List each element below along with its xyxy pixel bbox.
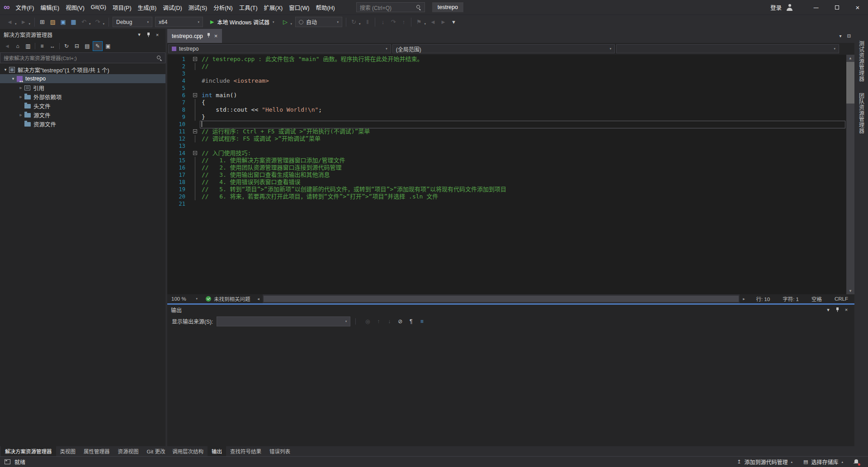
code-line-7[interactable]: 7{ (167, 99, 854, 106)
background-tasks-icon[interactable] (5, 459, 10, 464)
code-line-19[interactable]: 19// 5. 转到“项目”>“添加新项”以创建新的代码文件，或转到“项目”>“… (167, 186, 854, 193)
chevron-down-icon[interactable]: ▾ (135, 32, 144, 38)
window-layout-icon[interactable]: ⊟ (847, 33, 851, 38)
open-file-icon[interactable]: ▨ (47, 17, 58, 28)
expander-icon[interactable]: ▹ (17, 113, 24, 117)
member-combo[interactable]: ▾ (616, 44, 839, 53)
code-line-20[interactable]: 20// 6. 将来，若要再次打开此项目，请转到“文件”>“打开”>“项目”并选… (167, 193, 854, 200)
menubar-item-3[interactable]: Git(G) (88, 0, 109, 14)
platform-combo[interactable]: x64▾ (155, 17, 203, 27)
scope-combo[interactable]: (全局范围) ▾ (392, 44, 615, 53)
code-line-3[interactable]: 3 (167, 70, 854, 77)
tool-window-tab-3[interactable]: 资源视图 (114, 446, 143, 456)
code-editor[interactable]: 1// testrepo.cpp : 此文件包含 "main" 函数。程序执行将… (167, 55, 854, 294)
status-line[interactable]: 行: 10 (750, 295, 776, 302)
tree-item-0[interactable]: ▾解决方案"testrepo"(1 个项目/共 1 个) (0, 65, 165, 74)
code-line-8[interactable]: 8 std::cout << "Hello World!\n"; (167, 106, 854, 113)
scrollbar-thumb[interactable] (264, 296, 739, 302)
close-icon[interactable]: × (842, 307, 851, 312)
solution-explorer-header[interactable]: 解决方案资源管理器 ▾ × (0, 29, 165, 40)
word-wrap-icon[interactable]: ¶ (406, 316, 416, 326)
tree-item-4[interactable]: 头文件 (0, 101, 165, 110)
code-line-4[interactable]: 4#include <iostream> (167, 77, 854, 85)
nest-files-icon[interactable]: ⊟ (72, 41, 82, 51)
menubar-item-6[interactable]: 调试(D) (160, 0, 185, 14)
tree-item-3[interactable]: ▹外部依赖项 (0, 92, 165, 101)
save-icon[interactable]: ▣ (58, 17, 68, 28)
close-icon[interactable]: × (214, 33, 218, 39)
close-button[interactable]: × (847, 0, 868, 14)
code-line-10[interactable]: 10 (167, 121, 854, 128)
code-line-12[interactable]: 12// 调试程序: F5 或调试 >“开始调试”菜单 (167, 135, 854, 142)
right-dock-tab-1[interactable]: 团队资源管理器 (858, 93, 865, 134)
expander-icon[interactable]: ▾ (2, 67, 9, 72)
status-column[interactable]: 字符: 1 (776, 295, 805, 302)
right-dock-tab-0[interactable]: 测试资源管理器 (858, 41, 865, 82)
active-files-chevron-icon[interactable]: ▾ (840, 33, 842, 38)
tab-testrepo-cpp[interactable]: testrepo.cpp × (167, 29, 222, 43)
toolbar-overflow-icon[interactable]: ▾ (448, 17, 459, 28)
tool-window-tab-0[interactable]: 解决方案资源管理器 (1, 446, 56, 456)
tool-window-tab-1[interactable]: 类视图 (56, 446, 80, 456)
notifications-bell-icon[interactable] (849, 457, 863, 467)
save-all-icon[interactable]: ▦ (68, 17, 79, 28)
switch-views-icon[interactable]: ▥ (23, 41, 33, 51)
scrollbar-thumb[interactable] (846, 62, 854, 104)
maximize-button[interactable] (826, 0, 847, 14)
menubar-item-11[interactable]: 窗口(W) (286, 0, 312, 14)
bottom-panel-tab-1[interactable]: 输出 (208, 446, 226, 456)
new-project-icon[interactable]: ⊞ (37, 17, 47, 28)
code-line-14[interactable]: 14// 入门使用技巧: (167, 150, 854, 157)
user-profile-icon[interactable] (786, 4, 793, 11)
tree-item-2[interactable]: ▹引用 (0, 83, 165, 92)
solution-explorer-search-box[interactable]: 搜索解决方案资源管理器(Ctrl+;) (0, 52, 165, 63)
quick-search-box[interactable]: 搜索 (Ctrl+Q) (356, 2, 425, 12)
fold-collapse-icon[interactable] (193, 129, 197, 133)
code-line-21[interactable]: 21 (167, 200, 854, 208)
toggle-autoscroll-icon[interactable]: ≡ (417, 316, 427, 326)
code-line-6[interactable]: 6int main() (167, 92, 854, 99)
tree-item-1[interactable]: ▾testrepo (0, 74, 165, 83)
code-line-1[interactable]: 1// testrepo.cpp : 此文件包含 "main" 函数。程序执行将… (167, 56, 854, 63)
preview-selected-icon[interactable]: ▣ (103, 41, 113, 51)
configuration-combo[interactable]: Debug▾ (113, 17, 152, 27)
properties-icon[interactable]: ✎ (93, 41, 103, 51)
code-line-16[interactable]: 16// 2. 使用团队资源管理器窗口连接到源代码管理 (167, 164, 854, 171)
expander-icon[interactable]: ▾ (9, 76, 17, 81)
pin-icon[interactable] (833, 307, 842, 312)
code-line-2[interactable]: 2// (167, 63, 854, 70)
project-combo[interactable]: testrepo ▾ (168, 44, 391, 53)
refresh-icon[interactable]: ↻ (61, 41, 71, 51)
menubar-item-7[interactable]: 测试(S) (185, 0, 211, 14)
clear-all-icon[interactable]: ⊘ (395, 316, 405, 326)
add-to-source-control-button[interactable]: ↥ 添加到源代码管理 ▴ (732, 457, 797, 467)
tool-window-tab-2[interactable]: 属性管理器 (80, 446, 114, 456)
pin-icon[interactable] (207, 33, 211, 39)
output-content[interactable] (167, 328, 854, 446)
code-line-13[interactable]: 13 (167, 142, 854, 150)
tree-item-5[interactable]: ▹源文件 (0, 110, 165, 119)
expander-icon[interactable]: ▹ (17, 85, 24, 90)
scroll-right-icon[interactable]: ▸ (740, 297, 748, 301)
tree-item-6[interactable]: 资源文件 (0, 119, 165, 128)
menubar-item-2[interactable]: 视图(V) (62, 0, 88, 14)
home-icon[interactable]: ⌂ (13, 41, 23, 51)
bottom-panel-tab-0[interactable]: 调用层次结构 (168, 446, 208, 456)
debug-target-combo[interactable]: 自动▾ (295, 17, 342, 27)
editor-horizontal-scrollbar[interactable]: ◂ ▸ (255, 294, 748, 303)
pin-icon[interactable] (144, 32, 153, 38)
chevron-down-icon[interactable]: ▾ (824, 307, 833, 313)
output-panel-header[interactable]: 输出 ▾ × (167, 305, 854, 315)
tool-window-tab-4[interactable]: Git 更改 (143, 446, 166, 456)
status-spaces[interactable]: 空格 (805, 295, 828, 302)
bottom-panel-tab-3[interactable]: 错误列表 (265, 446, 294, 456)
fold-collapse-icon[interactable] (193, 93, 197, 97)
minimize-button[interactable]: ─ (806, 0, 826, 14)
pending-changes-filter-icon[interactable]: ≡ (37, 41, 47, 51)
code-line-11[interactable]: 11// 运行程序: Ctrl + F5 或调试 >“开始执行(不调试)”菜单 (167, 128, 854, 135)
code-line-17[interactable]: 17// 3. 使用输出窗口查看生成输出和其他消息 (167, 171, 854, 179)
expander-icon[interactable]: ▹ (17, 94, 24, 99)
menubar-item-5[interactable]: 生成(B) (135, 0, 160, 14)
menubar-item-0[interactable]: 文件(F) (13, 0, 38, 14)
start-debugging-button[interactable]: ▶本地 Windows 调试器▾ (206, 17, 278, 28)
